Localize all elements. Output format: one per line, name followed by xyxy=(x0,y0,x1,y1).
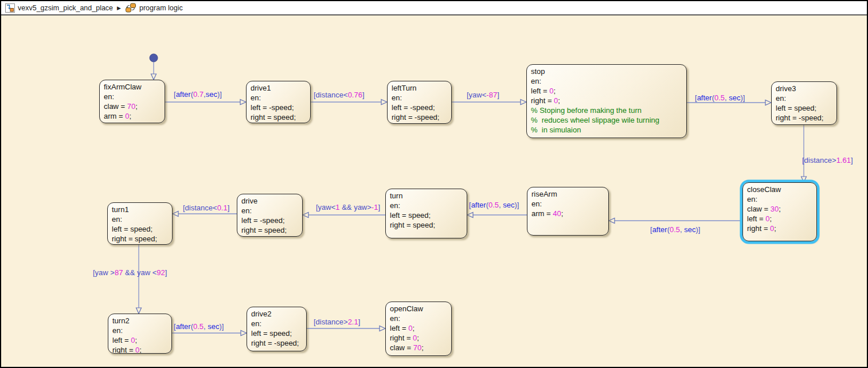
state-body: en:left = 0;right = 0;% Stoping before m… xyxy=(531,76,682,135)
state-body: en:left = speed;right = -speed; xyxy=(251,319,302,348)
state-drive2[interactable]: drive2 en:left = speed;right = -speed; xyxy=(247,307,307,351)
state-body: en:left = -speed;right = speed; xyxy=(241,206,298,235)
breadcrumb-separator-icon: ▶ xyxy=(116,5,122,11)
transition-arrowhead xyxy=(765,100,771,105)
state-drive3[interactable]: drive3 en:left = speed;right = -speed; xyxy=(771,81,837,125)
state-riseArm[interactable]: riseArm en:arm = 40; xyxy=(527,187,609,236)
transition-arrowhead xyxy=(467,213,473,218)
transition-arrowhead xyxy=(151,74,157,80)
transition-label-t12[interactable]: [distance>2.1] xyxy=(314,318,360,327)
state-closeClaw[interactable]: closeClaw en:claw = 30;left = 0;right = … xyxy=(742,182,817,241)
state-title: turn2 xyxy=(112,316,167,326)
breadcrumb-model[interactable]: vexv5_gzsim_pick_and_place xyxy=(18,4,113,12)
state-body: en:left = 0;right = 0; xyxy=(112,326,167,354)
state-title: drive2 xyxy=(251,309,302,319)
breadcrumb-bar: vexv5_gzsim_pick_and_place ▶ program log… xyxy=(1,1,867,15)
transition-arrowhead xyxy=(173,212,178,217)
transition-label-t7[interactable]: [after(0.5, sec)] xyxy=(469,201,519,210)
transition-label-t2[interactable]: [distance<0.76] xyxy=(314,91,365,100)
state-stop[interactable]: stop en:left = 0;right = 0;% Stoping bef… xyxy=(526,64,687,138)
initial-transition-dot[interactable] xyxy=(150,54,158,62)
transition-label-t8[interactable]: [yaw<1 && yaw>-1] xyxy=(316,203,380,212)
state-title: drive xyxy=(241,196,298,206)
state-title: drive1 xyxy=(251,83,306,93)
state-title: closeClaw xyxy=(747,185,812,194)
state-body: en:left = speed;right = speed; xyxy=(112,214,168,244)
stateflow-chart-icon xyxy=(125,3,136,13)
transition-label-t11[interactable]: [after(0.5, sec)] xyxy=(174,322,224,331)
state-body: en:left = speed;right = -speed; xyxy=(776,93,832,123)
state-title: leftTurn xyxy=(392,83,447,93)
state-title: drive3 xyxy=(776,84,832,93)
stateflow-editor-window: vexv5_gzsim_pick_and_place ▶ program log… xyxy=(0,0,868,368)
state-title: stop xyxy=(531,66,682,76)
state-turn[interactable]: turn en:left = speed;right = speed; xyxy=(385,189,467,238)
state-turn1[interactable]: turn1 en:left = speed;right = speed; xyxy=(107,202,173,245)
transition-arrowhead xyxy=(381,100,387,105)
chart-canvas[interactable]: fixArmClaw en:claw = 70;arm = 0; drive1 … xyxy=(1,15,867,366)
state-title: turn xyxy=(390,191,463,201)
transition-arrowhead xyxy=(303,213,308,218)
state-body: en:claw = 70;arm = 0; xyxy=(104,92,161,121)
state-drive1[interactable]: drive1 en:left = -speed;right = speed; xyxy=(246,81,311,123)
state-body: en:left = speed;right = speed; xyxy=(390,201,463,230)
transition-arrowhead xyxy=(240,100,246,105)
transition-arrowhead xyxy=(609,218,615,224)
transition-arrowhead xyxy=(380,326,385,331)
simulink-model-icon xyxy=(5,3,15,13)
state-title: riseArm xyxy=(531,189,604,199)
state-body: en:arm = 40; xyxy=(531,199,604,218)
state-openClaw[interactable]: openClaw en:left = 0;right = 0;claw = 70… xyxy=(385,302,452,356)
transition-label-t6[interactable]: [after(0.5, sec)] xyxy=(650,225,700,234)
state-body: en:left = 0;right = 0;claw = 70; xyxy=(390,314,447,353)
state-title: turn1 xyxy=(112,205,168,214)
transition-label-t4[interactable]: [after(0.5, sec)] xyxy=(695,93,745,103)
state-turn2[interactable]: turn2 en:left = 0;right = 0; xyxy=(108,314,172,354)
transition-arrowhead xyxy=(241,331,247,336)
transition-arrowhead xyxy=(136,308,142,314)
transition-label-t3[interactable]: [yaw<-87] xyxy=(467,91,499,100)
breadcrumb-chart[interactable]: program logic xyxy=(139,4,183,12)
state-body: en:left = -speed;right = speed; xyxy=(251,93,306,122)
state-title: openClaw xyxy=(390,304,447,314)
transition-label-t9[interactable]: [distance<0.1] xyxy=(183,203,229,213)
transition-label-t10[interactable]: [yaw >87 && yaw <92] xyxy=(93,268,167,277)
transition-label-t5[interactable]: [distance>1.61] xyxy=(802,156,853,165)
state-body: en:left = -speed;right = -speed; xyxy=(392,93,447,122)
transition-label-t1[interactable]: [after(0.7,sec)] xyxy=(174,90,222,99)
state-drive[interactable]: drive en:left = -speed;right = speed; xyxy=(237,194,303,237)
state-fixArmClaw[interactable]: fixArmClaw en:claw = 70;arm = 0; xyxy=(99,80,165,123)
transition-arrowhead xyxy=(801,177,807,182)
state-body: en:claw = 30;left = 0;right = 0; xyxy=(747,194,812,233)
state-title: fixArmClaw xyxy=(104,82,161,92)
state-leftTurn[interactable]: leftTurn en:left = -speed;right = -speed… xyxy=(387,81,452,124)
transition-arrowhead xyxy=(521,100,526,105)
